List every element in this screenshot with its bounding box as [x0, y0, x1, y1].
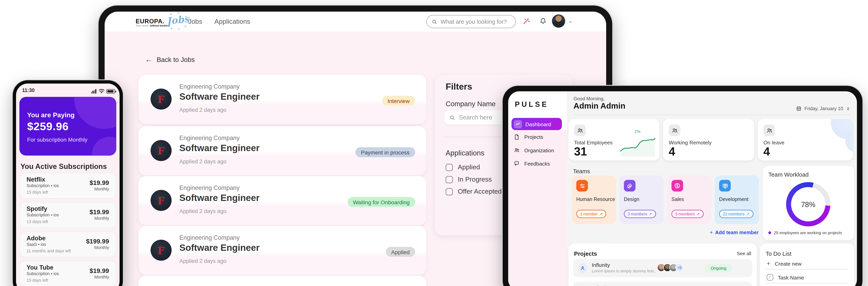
job-application-card[interactable]: F Engineering Company Software Engineer … [138, 75, 426, 124]
jobs-primary-nav: Jobs Applications [188, 18, 250, 26]
project-row[interactable]: Influnity +5 [573, 282, 752, 286]
project-name: Influnity [592, 262, 610, 268]
pen-tool-icon [624, 180, 636, 192]
team-card-sales[interactable]: Sales 5 members↗ [667, 176, 711, 224]
star-icon: ★ [170, 27, 173, 30]
job-company: Engineering Company [179, 134, 240, 141]
decorative-circle [74, 97, 116, 129]
avatar-overflow-count: +5 [675, 263, 684, 272]
checkbox-icon[interactable] [446, 176, 453, 183]
magic-wand-icon[interactable] [523, 17, 530, 25]
company-logo: F [151, 89, 172, 109]
plus-icon: + [767, 260, 770, 267]
logo-tagline: Your career, without borders! [136, 24, 170, 27]
phone-status-bar: 11:30 [16, 87, 120, 94]
subscriptions-screen: 11:30 You are Paying $259.96 For subscri… [16, 84, 120, 286]
subscription-item-netflix[interactable]: Netflix Subscription • ios 15 days left … [20, 173, 116, 199]
team-card-development[interactable]: Development 22 members↗ [715, 176, 759, 224]
chevron-down-icon[interactable] [568, 20, 572, 24]
job-application-card[interactable]: F Engineering Company Software Engineer … [138, 226, 426, 275]
wifi-icon [98, 89, 105, 94]
create-new-task-button[interactable]: + Create new [767, 260, 802, 267]
legend-dot-icon [768, 231, 771, 234]
sidebar-item-organization[interactable]: Organization [514, 147, 554, 153]
job-title: Software Engineer [179, 243, 259, 253]
filter-option-applied[interactable]: Applied [446, 163, 480, 171]
sidebar-item-feedbacks[interactable]: Feedbacks [514, 161, 550, 167]
arrow-up-right-icon: ↗ [649, 212, 652, 216]
subscriptions-section-title: You Active Subscriptions [21, 162, 107, 170]
stat-label: Working Remotely [669, 139, 712, 146]
avatar-stack: +5 [657, 263, 684, 272]
team-members-pill[interactable]: 3 members↗ [624, 210, 656, 218]
subscription-item-adobe[interactable]: Adobe SaaS • ios 11 months and days left… [20, 231, 116, 257]
tablet-pulse-device: PULSE Dashboard Projects Organization [503, 86, 863, 286]
sparkline-chart [620, 133, 656, 157]
sidebar-item-dashboard[interactable]: Dashboard [512, 118, 562, 130]
job-applied-date: Applied 2 days ago [179, 258, 226, 264]
pulse-logo: PULSE [515, 100, 549, 108]
nav-item-jobs[interactable]: Jobs [188, 18, 202, 26]
subscription-item-spotify[interactable]: Spotify Subscription • ios 13 days left … [20, 202, 116, 228]
filter-option-in-progress[interactable]: In Progress [446, 176, 492, 183]
team-card-human-resource[interactable]: Human Resource 1 member↗ [572, 176, 616, 224]
notification-bell-icon[interactable] [539, 17, 547, 25]
filter-option-offer-accepted[interactable]: Offer Accepted [446, 188, 502, 195]
task-checkbox-icon[interactable]: ✓ [767, 274, 773, 281]
job-applied-date: Applied 2 days ago [179, 208, 226, 214]
paying-summary-card: You are Paying $259.96 For subscription … [20, 97, 116, 156]
search-icon [432, 19, 437, 25]
job-application-card[interactable]: F Engineering Company Software Engineer … [138, 126, 426, 176]
team-members-pill[interactable]: 1 member↗ [576, 210, 606, 218]
job-company: Engineering Company [179, 234, 240, 241]
plus-icon: + [710, 229, 713, 235]
todo-list-card: To Do List + Create new ✓ Task Name [760, 244, 854, 286]
project-row[interactable]: Influnity Lorem ipsum is simply dummy te… [573, 259, 752, 277]
composite-mockup-stage: EUROPA. Your career, without borders! Jo… [0, 0, 868, 286]
back-to-jobs-link[interactable]: ← Back to Jobs [145, 55, 195, 64]
company-logo: F [151, 190, 172, 211]
stat-value: 4 [669, 145, 675, 158]
job-application-card[interactable]: F Engineering Company [138, 276, 426, 286]
checkbox-icon[interactable] [446, 188, 453, 195]
subscription-item-youtube[interactable]: You Tube Subscription • ios 15 days left… [20, 261, 116, 286]
star-icon: ★ [178, 12, 180, 14]
nav-item-applications[interactable]: Applications [214, 18, 250, 26]
projects-title: Projects [574, 250, 597, 257]
sidebar-item-projects[interactable]: Projects [514, 134, 543, 140]
job-application-card[interactable]: F Engineering Company Software Engineer … [138, 176, 426, 225]
greeting-label: Good Morning, [574, 96, 604, 101]
workload-title: Team Workload [768, 171, 809, 178]
job-title: Software Engineer [179, 143, 259, 153]
team-card-design[interactable]: Design 3 members↗ [620, 176, 664, 224]
battery-icon [106, 89, 115, 94]
job-title: Software Engineer [179, 91, 259, 102]
add-team-member-button[interactable]: + Add team member [710, 229, 758, 235]
stat-card-on-leave: On leave 4 [758, 119, 853, 161]
project-status-badge: Ongoing [705, 264, 732, 272]
workload-legend: 25 employees are working on projects [768, 230, 842, 235]
status-badge: Interview [382, 96, 415, 106]
applications-filter-label: Applications [446, 149, 485, 157]
project-description: Lorem ipsum is simply dummy text.. [592, 268, 656, 273]
date-selector[interactable]: Friday, January 10 [796, 106, 850, 112]
status-badge: Applied [386, 247, 415, 257]
see-all-link[interactable]: See all [737, 251, 751, 256]
star-icon: ★ [170, 13, 172, 15]
global-search-input[interactable] [440, 18, 510, 25]
chat-icon [514, 161, 520, 167]
job-title: Software Engineer [179, 193, 259, 203]
workload-percent: 78% [786, 182, 830, 226]
people-icon [514, 147, 520, 153]
back-label: Back to Jobs [157, 56, 195, 63]
team-members-pill[interactable]: 22 members↗ [719, 210, 753, 218]
todo-task-row[interactable]: ✓ Task Name [767, 274, 804, 281]
pulse-main-area: Good Morning, Admin Admin Friday, Januar… [567, 91, 857, 286]
people-icon [669, 125, 680, 136]
user-avatar[interactable] [552, 14, 565, 28]
team-members-pill[interactable]: 5 members↗ [672, 210, 704, 218]
dollar-coin-icon [672, 180, 683, 192]
teams-section-title: Teams [573, 168, 590, 174]
status-badge: Waiting for Onboarding [347, 197, 415, 207]
checkbox-icon[interactable] [446, 164, 453, 171]
